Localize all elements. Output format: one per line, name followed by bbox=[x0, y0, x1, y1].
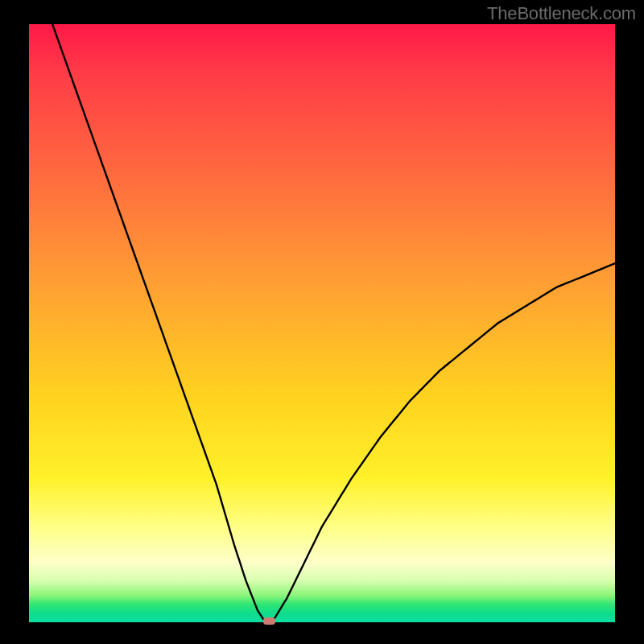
optimal-point-marker bbox=[263, 617, 275, 625]
chart-frame: TheBottleneck.com bbox=[0, 0, 644, 644]
watermark-text: TheBottleneck.com bbox=[487, 3, 636, 24]
bottleneck-curve bbox=[29, 24, 615, 622]
plot-area bbox=[29, 24, 615, 622]
curve-svg bbox=[29, 24, 615, 622]
